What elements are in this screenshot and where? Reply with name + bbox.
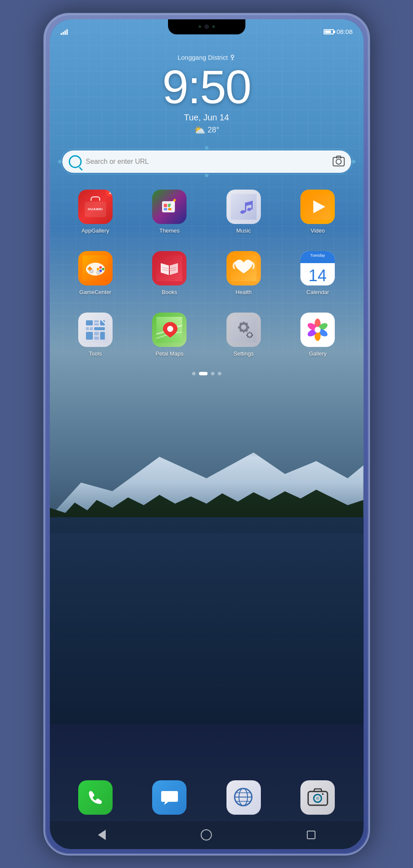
app-petalmaps[interactable]: Petal Maps <box>132 308 207 361</box>
date-display: Tue, Jun 14 <box>50 113 364 123</box>
phone-screen: 08:08 Longgang District 9:50 Tue, Jun 14 <box>50 19 364 849</box>
dock <box>50 776 364 819</box>
settings-svg <box>231 317 257 343</box>
app-health[interactable]: Health <box>207 247 281 300</box>
tools-icon <box>78 313 113 347</box>
app-tools[interactable]: Tools <box>58 308 133 361</box>
nav-recents-button[interactable] <box>305 828 318 841</box>
camera-search-icon[interactable] <box>333 157 345 166</box>
svg-point-24 <box>102 268 104 270</box>
app-themes[interactable]: Themes <box>132 185 207 238</box>
messages-app-icon <box>152 780 187 815</box>
calendar-svg: Tuesday 14 <box>300 251 335 285</box>
gallery-icon <box>300 313 335 347</box>
clock-area: Longgang District 9:50 Tue, Jun 14 ⛅ 28° <box>50 41 364 136</box>
tools-svg <box>83 317 108 343</box>
music-icon <box>226 190 261 224</box>
notch-sensor2 <box>212 25 215 28</box>
battery-fill <box>325 31 331 33</box>
back-arrow-icon <box>98 830 106 840</box>
dock-camera[interactable] <box>281 776 355 819</box>
books-icon <box>152 251 187 285</box>
gamecenter-label: GameCenter <box>80 289 111 295</box>
tools-label: Tools <box>89 350 102 357</box>
dock-messages[interactable] <box>132 776 207 819</box>
appgallery-badge: 1 <box>106 190 113 196</box>
app-settings[interactable]: Settings <box>207 308 281 361</box>
health-svg <box>231 255 257 281</box>
weather-display: ⛅ 28° <box>50 125 364 136</box>
svg-rect-0 <box>61 33 62 35</box>
nav-home-button[interactable] <box>200 828 213 841</box>
app-appgallery[interactable]: HUAWEI 1 AppGallery <box>58 185 133 238</box>
page-dot-2[interactable] <box>199 372 208 375</box>
svg-rect-45 <box>90 327 93 330</box>
svg-text:14: 14 <box>309 267 327 285</box>
browser-icon-svg <box>232 785 255 809</box>
calendar-icon: Tuesday 14 <box>300 251 335 285</box>
themes-svg <box>159 196 180 218</box>
page-dot-1[interactable] <box>192 372 196 375</box>
browser-app-icon <box>226 780 261 815</box>
svg-point-23 <box>99 266 102 269</box>
books-label: Books <box>162 289 177 295</box>
nav-back-button[interactable] <box>95 828 108 841</box>
camera-app-icon <box>300 780 335 815</box>
svg-rect-8 <box>164 208 167 210</box>
navigation-bar <box>50 821 364 849</box>
messages-icon-svg <box>160 788 179 807</box>
status-right: 08:08 <box>324 28 353 35</box>
themes-icon <box>152 190 187 224</box>
gamecenter-icon <box>78 251 113 285</box>
location-display: Longgang District <box>50 54 364 61</box>
app-gallery[interactable]: Gallery <box>281 308 355 361</box>
svg-point-56 <box>241 325 246 330</box>
gamecenter-svg <box>83 255 108 281</box>
clock-status: 08:08 <box>337 28 353 35</box>
search-bar[interactable]: Search or enter URL <box>62 150 351 173</box>
svg-rect-42 <box>94 323 99 325</box>
phone-app-icon <box>78 780 113 815</box>
svg-point-64 <box>315 327 321 333</box>
page-dot-3[interactable] <box>211 372 214 375</box>
svg-rect-44 <box>86 327 89 330</box>
petalmaps-icon <box>152 313 187 347</box>
app-video[interactable]: Video <box>281 185 355 238</box>
petalmaps-svg <box>156 317 182 343</box>
app-calendar[interactable]: Tuesday 14 Calendar <box>281 247 355 300</box>
page-dot-4[interactable] <box>218 372 221 375</box>
app-music[interactable]: Music <box>207 185 281 238</box>
front-camera <box>205 25 209 29</box>
svg-rect-41 <box>94 320 99 322</box>
video-label: Video <box>311 227 325 234</box>
svg-rect-49 <box>100 332 105 340</box>
svg-rect-6 <box>164 204 167 207</box>
svg-point-4 <box>231 55 234 58</box>
svg-text:Tuesday: Tuesday <box>310 253 325 258</box>
signal-indicator <box>61 29 69 35</box>
books-svg <box>156 255 182 281</box>
video-icon <box>300 190 335 224</box>
signal-icon <box>61 29 69 35</box>
svg-rect-50 <box>94 337 99 340</box>
svg-point-73 <box>322 793 324 795</box>
gallery-svg <box>305 317 330 343</box>
settings-icon <box>226 313 261 347</box>
themes-label: Themes <box>159 227 180 234</box>
svg-rect-9 <box>168 208 171 210</box>
dock-phone[interactable] <box>58 776 133 819</box>
notch-sensor <box>199 25 201 28</box>
app-grid-row2: GameCenter <box>50 242 364 304</box>
settings-label: Settings <box>233 350 254 357</box>
search-container: Search or enter URL <box>61 149 353 175</box>
calendar-label: Calendar <box>306 289 329 295</box>
dock-browser[interactable] <box>207 776 281 819</box>
svg-point-28 <box>97 271 100 274</box>
app-gamecenter[interactable]: GameCenter <box>58 247 133 300</box>
screen-content: Longgang District 9:50 Tue, Jun 14 ⛅ 28° <box>50 41 364 849</box>
page-indicators <box>50 372 364 375</box>
svg-rect-46 <box>94 327 105 330</box>
app-books[interactable]: Books <box>132 247 207 300</box>
petalmaps-label: Petal Maps <box>156 350 184 357</box>
phone-device: 08:08 Longgang District 9:50 Tue, Jun 14 <box>43 13 370 856</box>
